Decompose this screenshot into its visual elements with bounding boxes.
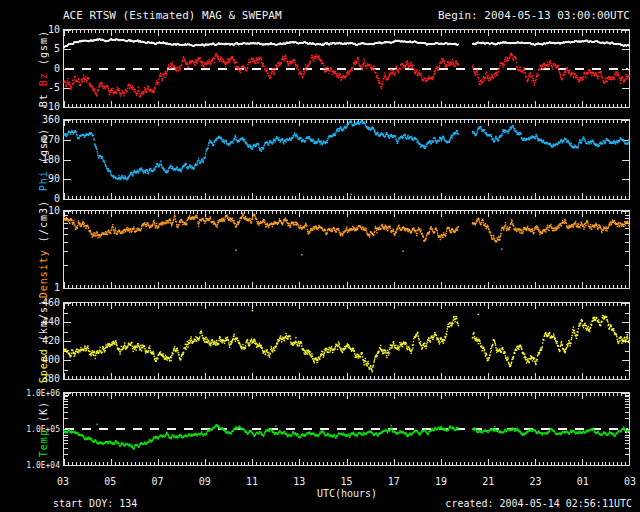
- y-axis-label-part: (K): [38, 401, 49, 422]
- y-axis-label-temp: Temp (K): [34, 392, 54, 466]
- plot-title: ACE RTSW (Estimated) MAG & SWEPAM: [63, 9, 282, 22]
- y-axis-label-phi: Phi (gsm): [34, 119, 54, 200]
- x-tick-label-3: 09: [190, 476, 220, 487]
- y-axis-label-part: (gsm): [38, 128, 49, 163]
- ace-rtsw-figure: ACE RTSW (Estimated) MAG & SWEPAM Begin:…: [0, 0, 640, 512]
- y-axis-label-part: Bz: [38, 65, 49, 86]
- x-tick-label-5: 13: [284, 476, 314, 487]
- y-axis-label-part: (/cm3): [38, 200, 49, 242]
- x-tick-label-10: 23: [521, 476, 551, 487]
- y-axis-label-part: Temp: [38, 422, 49, 457]
- x-tick-label-6: 15: [332, 476, 362, 487]
- begin-timestamp: Begin: 2004-05-13 03:00:00UTC: [438, 9, 630, 22]
- footer-start-doy: start DOY: 134: [53, 498, 137, 509]
- y-axis-label-part: Bt: [38, 86, 49, 107]
- x-axis-title: UTC(hours): [306, 488, 388, 499]
- x-tick-label-7: 17: [379, 476, 409, 487]
- panel-density-canvas: [63, 210, 630, 289]
- x-tick-label-8: 19: [426, 476, 456, 487]
- panel-phi-canvas: [63, 119, 630, 200]
- y-axis-label-part: (gsm): [38, 30, 49, 65]
- y-axis-label-speed: Speed (km/s): [34, 302, 54, 380]
- y-axis-label-part: Speed: [38, 341, 49, 383]
- y-axis-label-density: Density (/cm3): [34, 210, 54, 289]
- y-axis-label-part: Density: [38, 242, 49, 298]
- x-tick-label-11: 01: [568, 476, 598, 487]
- x-tick-label-1: 05: [95, 476, 125, 487]
- x-tick-label-12: 03: [615, 476, 640, 487]
- y-axis-label-part: Phi: [38, 163, 49, 191]
- panel-mag-canvas: [63, 29, 630, 108]
- panel-speed-canvas: [63, 302, 630, 380]
- y-axis-label-mag: Bt Bz (gsm): [34, 29, 54, 108]
- x-tick-label-4: 11: [237, 476, 267, 487]
- x-tick-label-2: 07: [143, 476, 173, 487]
- x-tick-label-0: 03: [48, 476, 78, 487]
- x-tick-label-9: 21: [473, 476, 503, 487]
- y-axis-label-part: (km/s): [38, 299, 49, 341]
- panel-temp-canvas: [63, 392, 630, 466]
- footer-created-timestamp: created: 2004-05-14 02:56:11UTC: [445, 498, 632, 509]
